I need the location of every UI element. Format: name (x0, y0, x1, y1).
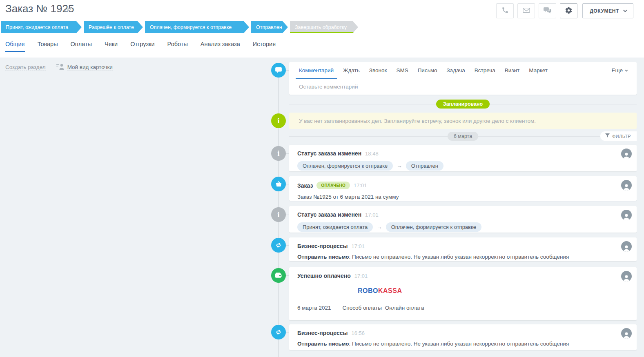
entry-time: 18:48 (365, 151, 379, 157)
entry-title: Заказ (297, 182, 313, 189)
composer-more-label: Еще (612, 67, 623, 73)
pipeline-stage-finish[interactable]: Завершить обработку (290, 21, 358, 33)
chevron-down-icon (625, 69, 628, 72)
process-action-label: Отправить письмо (297, 341, 349, 347)
my-card-view-link[interactable]: Мой вид карточки (56, 64, 113, 71)
status-pipeline: Принят, ожидается оплата Разрешён к опла… (1, 21, 358, 33)
stage-label: Завершить обработку (295, 24, 347, 30)
composer-tab-visit[interactable]: Визит (505, 62, 519, 79)
entry-time: 17:01 (365, 212, 379, 218)
filter-label: ФИЛЬТР (612, 134, 631, 139)
funnel-icon (605, 133, 610, 139)
pipeline-stage-paid[interactable]: Оплачен, формируется к отправке (145, 21, 249, 33)
copy-link-icon[interactable] (65, 7, 71, 15)
basket-icon (271, 177, 286, 191)
composer-tab-wait[interactable]: Ждать (343, 62, 360, 79)
tab-receipts[interactable]: Чеки (105, 41, 118, 52)
header: Заказ № 1925 ДОКУМЕНТ Принят, ожидается (0, 0, 644, 58)
filter-button[interactable]: ФИЛЬТР (600, 131, 637, 141)
avatar (621, 328, 632, 339)
arrow-right-icon: → (397, 163, 402, 169)
tab-products[interactable]: Товары (38, 41, 58, 52)
timeline-entry-business-process: Бизнес-процессы 16:56 Отправить письмо: … (289, 324, 637, 350)
entry-title: Бизнес-процессы (297, 243, 348, 249)
tab-general[interactable]: Общие (5, 41, 25, 52)
tab-order-analysis[interactable]: Анализ заказа (201, 41, 240, 52)
composer-tab-call[interactable]: Звонок (369, 62, 387, 79)
paid-badge: ОПЛАЧЕНО (316, 182, 350, 189)
timeline-entry-business-process: Бизнес-процессы 17:01 Отправить письмо: … (289, 237, 637, 261)
date-divider: 6 марта ФИЛЬТР (289, 132, 637, 141)
date-badge: 6 марта (448, 132, 478, 141)
status-to-pill: Отправлен (406, 161, 443, 171)
phone-button[interactable] (496, 3, 514, 18)
avatar (621, 149, 632, 159)
entry-time: 17:01 (354, 273, 368, 279)
composer-tab-sms[interactable]: SMS (396, 62, 408, 79)
entry-title: Статус заказа изменен (297, 211, 361, 218)
pipeline-stage-shipped[interactable]: Отправлен (251, 21, 288, 33)
wallet-icon (271, 268, 286, 283)
avatar (621, 241, 632, 252)
tab-robots[interactable]: Роботы (167, 41, 188, 52)
main-tabs: Общие Товары Оплаты Чеки Отгрузки Роботы… (5, 41, 276, 52)
page-title: Заказ № 1925 (5, 2, 74, 15)
document-button-label: ДОКУМЕНТ (590, 8, 619, 14)
planned-divider: Запланировано (289, 100, 637, 109)
composer-tab-market[interactable]: Маркет (529, 62, 548, 79)
timeline-entry-status-change: Статус заказа изменен 18:48 Оплачен, фор… (289, 145, 637, 171)
title-row: Заказ № 1925 ДОКУМЕНТ (0, 0, 644, 18)
tab-shipments[interactable]: Отгрузки (130, 41, 154, 52)
comment-composer: Комментарий Ждать Звонок SMS Письмо Зада… (289, 62, 637, 95)
composer-tabs: Комментарий Ждать Звонок SMS Письмо Зада… (289, 62, 637, 79)
process-action-label: Отправить письмо (297, 254, 349, 260)
pipeline-stage-approved[interactable]: Разрешён к оплате (84, 21, 143, 33)
robokassa-logo-robo: ROBO (358, 287, 378, 294)
status-to-pill: Оплачен, формируется к отправке (386, 222, 481, 232)
composer-tab-comment[interactable]: Комментарий (299, 62, 334, 79)
arrow-right-icon: → (377, 224, 382, 230)
avatar (621, 210, 632, 220)
payment-details: 6 марта 2021 Способ оплаты Онлайн оплата (297, 305, 628, 311)
info-glyph: i (277, 116, 279, 125)
header-toolbar: ДОКУМЕНТ (492, 3, 633, 18)
create-section-link[interactable]: Создать раздел (5, 64, 46, 71)
settings-button[interactable] (560, 3, 577, 18)
entry-title: Успешно оплачено (297, 273, 351, 279)
comment-input[interactable] (289, 79, 637, 94)
entry-title: Бизнес-процессы (297, 330, 348, 336)
no-plans-text: У вас нет запланированных дел. Запланиру… (299, 118, 536, 124)
process-result-text: : Письмо не отправлено. Не указан либо у… (349, 254, 569, 260)
composer-tab-task[interactable]: Задача (446, 62, 465, 79)
composer-tab-email[interactable]: Письмо (418, 62, 437, 79)
composer-more-button[interactable]: Еще (612, 67, 627, 73)
planned-badge: Запланировано (436, 100, 490, 109)
pipeline-stage-accepted[interactable]: Принят, ожидается оплата (1, 21, 82, 33)
timeline-entry-order: Заказ ОПЛАЧЕНО 17:01 Заказ №1925 от 6 ма… (289, 176, 637, 201)
chat-button[interactable] (539, 3, 556, 18)
process-result-text: : Письмо не отправлено. Не указан либо у… (349, 341, 569, 347)
status-from-pill: Принят, ожидается оплата (297, 222, 373, 232)
entry-time: 16:56 (351, 330, 365, 336)
status-from-pill: Оплачен, формируется к отправке (297, 161, 393, 171)
tab-history[interactable]: История (253, 41, 276, 52)
my-card-view-label: Мой вид карточки (67, 64, 113, 71)
info-glyph: i (277, 210, 279, 219)
robokassa-logo-kassa: KASSA (378, 287, 402, 294)
left-panel: Создать раздел Мой вид карточки (5, 64, 113, 71)
info-icon: i (271, 207, 286, 222)
info-icon: i (271, 113, 286, 128)
person-settings-icon (56, 64, 65, 71)
envelope-icon (523, 7, 530, 14)
payment-method-value: Онлайн оплата (385, 305, 424, 311)
no-plans-banner: У вас нет запланированных дел. Запланиру… (289, 113, 637, 129)
chat-bubbles-icon (544, 7, 551, 15)
timeline-entry-payment: Успешно оплачено 17:01 ROBOKASSA 6 марта… (289, 267, 637, 320)
email-button[interactable] (517, 3, 535, 18)
order-summary-text: Заказ №1925 от 6 марта 2021 на сумму (297, 194, 399, 200)
composer-tab-meeting[interactable]: Встреча (475, 62, 495, 79)
document-button[interactable]: ДОКУМЕНТ (582, 3, 633, 18)
chevron-down-icon (623, 8, 627, 12)
timeline-entry-status-change: Статус заказа изменен 17:01 Принят, ожид… (289, 206, 637, 233)
tab-payments[interactable]: Оплаты (71, 41, 92, 52)
